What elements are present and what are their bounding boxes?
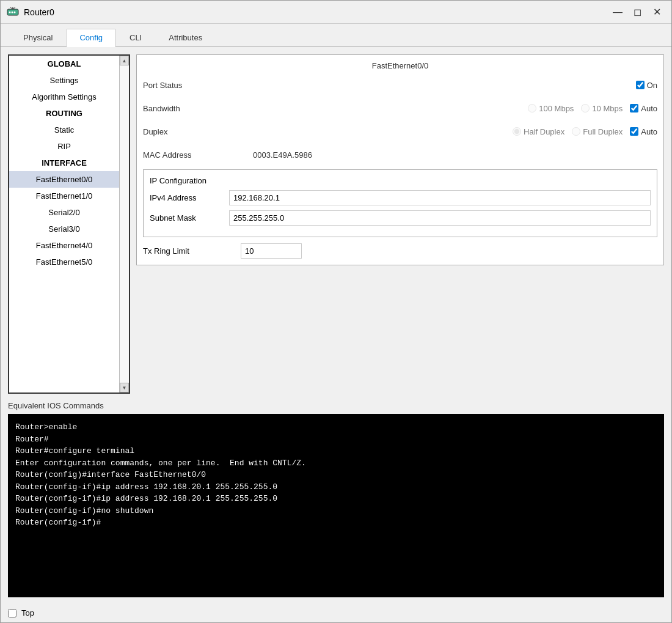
- router-icon: [7, 6, 19, 18]
- full-duplex-option: Full Duplex: [572, 127, 623, 136]
- sidebar-item-fastethernet40[interactable]: FastEthernet4/0: [9, 237, 119, 254]
- sidebar: GLOBAL Settings Algorithm Settings ROUTI…: [8, 54, 130, 394]
- sidebar-list: GLOBAL Settings Algorithm Settings ROUTI…: [9, 56, 119, 393]
- console-line-1: Router#: [15, 433, 657, 446]
- bandwidth-100mbps-option: 100 Mbps: [528, 104, 574, 113]
- tab-attributes[interactable]: Attributes: [156, 29, 215, 46]
- half-duplex-option: Half Duplex: [513, 127, 564, 136]
- console-line-3: Enter configuration commands, one per li…: [15, 457, 657, 470]
- svg-point-1: [9, 11, 11, 13]
- bandwidth-controls: 100 Mbps 10 Mbps Auto: [241, 104, 657, 113]
- mac-address-row: MAC Address 0003.E49A.5986: [143, 146, 657, 163]
- interface-config-panel: FastEthernet0/0 Port Status On Bandwidth: [136, 54, 664, 265]
- bandwidth-auto-checkbox[interactable]: [630, 104, 638, 112]
- sidebar-section-routing: ROUTING: [9, 105, 119, 122]
- bandwidth-10mbps-option: 10 Mbps: [581, 104, 623, 113]
- bottom-bar: Top: [1, 603, 671, 622]
- top-checkbox[interactable]: [8, 609, 16, 617]
- scroll-down-button[interactable]: ▼: [120, 383, 129, 393]
- sidebar-item-settings[interactable]: Settings: [9, 72, 119, 89]
- maximize-button[interactable]: ◻: [629, 5, 646, 20]
- window-title: Router0: [24, 7, 54, 17]
- scroll-track: [120, 65, 129, 383]
- mac-address-value: 0003.E49A.5986: [253, 150, 312, 160]
- tab-cli[interactable]: CLI: [117, 29, 155, 46]
- bandwidth-auto-option: Auto: [630, 104, 657, 113]
- duplex-auto-option: Auto: [630, 127, 657, 136]
- title-bar: Router0 — ◻ ✕: [1, 1, 671, 24]
- content-area: GLOBAL Settings Algorithm Settings ROUTI…: [1, 47, 671, 401]
- ip-config-panel: IP Configuration IPv4 Address Subnet Mas…: [143, 169, 657, 237]
- bandwidth-100mbps-radio[interactable]: [528, 104, 536, 112]
- console-line-0: Router>enable: [15, 421, 657, 433]
- panel-title: FastEthernet0/0: [143, 61, 657, 70]
- console-line-2: Router#configure terminal: [15, 445, 657, 457]
- sidebar-item-rip[interactable]: RIP: [9, 138, 119, 155]
- console-section: Equivalent IOS Commands Router>enable Ro…: [8, 401, 664, 597]
- sidebar-item-static[interactable]: Static: [9, 122, 119, 138]
- sidebar-item-serial20[interactable]: Serial2/0: [9, 204, 119, 221]
- console-line-5: Router(config-if)#ip address 192.168.20.…: [15, 481, 657, 493]
- ipv4-label: IPv4 Address: [150, 193, 229, 202]
- sidebar-item-serial30[interactable]: Serial3/0: [9, 221, 119, 237]
- duplex-auto-checkbox[interactable]: [630, 127, 638, 136]
- tab-physical[interactable]: Physical: [10, 29, 65, 46]
- bandwidth-label: Bandwidth: [143, 104, 241, 113]
- tab-bar: Physical Config CLI Attributes: [1, 24, 671, 47]
- sidebar-item-fastethernet10[interactable]: FastEthernet1/0: [9, 188, 119, 204]
- title-bar-buttons: — ◻ ✕: [609, 5, 665, 20]
- port-status-checkbox-option: On: [636, 81, 657, 90]
- sidebar-item-fastethernet00[interactable]: FastEthernet0/0: [9, 171, 119, 188]
- sidebar-section-interface: INTERFACE: [9, 155, 119, 171]
- tx-ring-input[interactable]: [241, 243, 302, 259]
- subnet-label: Subnet Mask: [150, 213, 229, 223]
- duplex-row: Duplex Half Duplex Full Duplex Auto: [143, 123, 657, 140]
- ip-config-title: IP Configuration: [150, 176, 651, 185]
- port-status-row: Port Status On: [143, 76, 657, 94]
- sidebar-section-global: GLOBAL: [9, 56, 119, 72]
- main-config-panel: FastEthernet0/0 Port Status On Bandwidth: [136, 54, 664, 394]
- duplex-auto-label: Auto: [641, 127, 657, 136]
- sidebar-item-fastethernet50[interactable]: FastEthernet5/0: [9, 254, 119, 270]
- bandwidth-row: Bandwidth 100 Mbps 10 Mbps Auto: [143, 100, 657, 117]
- svg-point-3: [14, 11, 16, 13]
- port-status-on-label: On: [647, 81, 657, 90]
- main-window: Router0 — ◻ ✕ Physical Config CLI Attrib…: [0, 0, 672, 623]
- console-output: Router>enable Router# Router#configure t…: [8, 414, 664, 597]
- sidebar-scrollbar: ▲ ▼: [119, 56, 129, 393]
- bandwidth-auto-label: Auto: [641, 104, 657, 113]
- full-duplex-radio[interactable]: [572, 127, 580, 136]
- duplex-label: Duplex: [143, 127, 241, 136]
- bandwidth-10mbps-radio[interactable]: [581, 104, 590, 112]
- svg-point-2: [12, 11, 13, 13]
- minimize-button[interactable]: —: [609, 5, 626, 20]
- scroll-up-button[interactable]: ▲: [120, 56, 129, 65]
- tx-ring-label: Tx Ring Limit: [143, 246, 241, 256]
- ipv4-row: IPv4 Address: [150, 190, 651, 205]
- ipv4-input[interactable]: [229, 190, 651, 205]
- bandwidth-10mbps-label: 10 Mbps: [592, 104, 623, 113]
- half-duplex-radio[interactable]: [513, 127, 521, 136]
- duplex-controls: Half Duplex Full Duplex Auto: [241, 127, 657, 136]
- console-line-6: Router(config-if)#ip address 192.168.20.…: [15, 493, 657, 505]
- subnet-row: Subnet Mask: [150, 210, 651, 226]
- port-status-checkbox[interactable]: [636, 81, 645, 89]
- full-duplex-label: Full Duplex: [583, 127, 623, 136]
- half-duplex-label: Half Duplex: [524, 127, 564, 136]
- console-line-4: Router(config)#interface FastEthernet0/0: [15, 469, 657, 481]
- bandwidth-100mbps-label: 100 Mbps: [539, 104, 574, 113]
- console-label: Equivalent IOS Commands: [8, 401, 664, 410]
- port-status-controls: On: [241, 81, 657, 90]
- close-button[interactable]: ✕: [648, 5, 665, 20]
- mac-address-controls: 0003.E49A.5986: [241, 150, 657, 160]
- tx-ring-row: Tx Ring Limit: [143, 243, 657, 259]
- top-label: Top: [21, 608, 34, 617]
- sidebar-item-algorithm-settings[interactable]: Algorithm Settings: [9, 89, 119, 105]
- console-line-8: Router(config-if)#: [15, 517, 657, 529]
- title-bar-left: Router0: [7, 6, 54, 18]
- port-status-label: Port Status: [143, 81, 241, 90]
- mac-address-label: MAC Address: [143, 150, 241, 160]
- console-line-7: Router(config-if)#no shutdown: [15, 505, 657, 517]
- tab-config[interactable]: Config: [67, 29, 115, 47]
- subnet-input[interactable]: [229, 210, 651, 226]
